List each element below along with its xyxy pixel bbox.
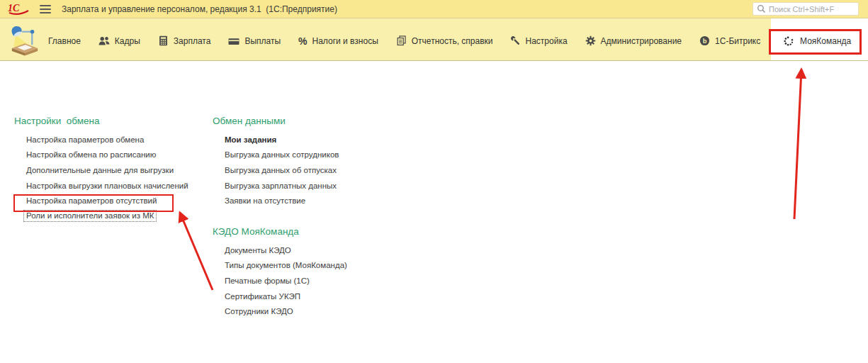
- link-absence-params[interactable]: Настройка параметров отсутствий: [26, 193, 188, 208]
- link-kedo-employees[interactable]: Сотрудники КЭДО: [225, 303, 347, 319]
- tab-vyplaty[interactable]: Выплаты: [228, 33, 281, 47]
- focused-link-text: Роли и исполнители заявок из МК: [23, 210, 157, 222]
- tab-1c-bitrix[interactable]: b 1С-Битрикс: [699, 33, 760, 46]
- myteam-icon: [783, 35, 794, 47]
- section-title-data-exchange: Обмен данными: [213, 116, 347, 126]
- link-kedo-documents[interactable]: Документы КЭДО: [225, 242, 347, 258]
- tab-glavnoe[interactable]: Главное: [48, 33, 81, 46]
- global-search[interactable]: [753, 2, 859, 16]
- link-absence-requests[interactable]: Заявки на отсутствие: [225, 193, 347, 208]
- link-export-salary-data[interactable]: Выгрузка зарплатных данных: [225, 178, 347, 194]
- tab-label: Настройка: [526, 36, 568, 46]
- tab-label: Зарплата: [174, 36, 211, 46]
- svg-text:1С: 1С: [8, 3, 20, 13]
- tab-label: Кадры: [115, 36, 140, 46]
- calculator-icon: [158, 35, 169, 46]
- wrench-icon: [511, 36, 521, 46]
- svg-text:b: b: [703, 38, 707, 45]
- section-data-exchange: Обмен данными Мои задания Выгрузка данны…: [213, 116, 347, 319]
- link-export-vacations[interactable]: Выгрузка данных об отпусках: [225, 162, 347, 178]
- link-export-employees[interactable]: Выгрузка данных сотрудников: [225, 147, 347, 163]
- section-exchange-settings: Настройки обмена Настройка параметров об…: [14, 116, 188, 224]
- desk-lamp-icon: [9, 24, 41, 57]
- annotation-arrow-absence-settings: [180, 213, 213, 290]
- link-my-tasks[interactable]: Мои задания: [225, 132, 347, 147]
- title-bar: 1С Зарплата и управление персоналом, ред…: [0, 0, 868, 18]
- annotation-arrow-myteam-tab: [794, 69, 801, 219]
- tab-nastroyka[interactable]: Настройка: [511, 33, 568, 46]
- search-input[interactable]: [769, 5, 855, 13]
- tab-label: Отчетность, справки: [412, 36, 493, 46]
- report-icon: [396, 35, 407, 46]
- exchange-settings-list: Настройка параметров обмена Настройка об…: [14, 132, 188, 224]
- app-title: Зарплата и управление персоналом, редакц…: [62, 4, 337, 14]
- link-exchange-schedule[interactable]: Настройка обмена по расписанию: [26, 147, 188, 163]
- tab-label: 1С-Битрикс: [715, 36, 760, 46]
- tab-myteam[interactable]: МояКоманда: [771, 18, 868, 60]
- people-icon: [98, 35, 110, 47]
- tab-otchetnost[interactable]: Отчетность, справки: [396, 33, 493, 46]
- tab-label: МояКоманда: [800, 36, 851, 46]
- link-roles-executors-mk[interactable]: Роли и исполнители заявок из МК: [26, 208, 188, 224]
- link-planned-accruals-export[interactable]: Настройка выгрузки плановых начислений: [26, 178, 188, 194]
- link-print-forms-1c[interactable]: Печатные формы (1С): [225, 273, 347, 289]
- search-icon: [757, 4, 766, 13]
- bitrix-icon: b: [699, 35, 710, 46]
- link-kedo-document-types[interactable]: Типы документов (МояКоманда): [225, 258, 347, 274]
- tab-administrirovanie[interactable]: Администрирование: [585, 33, 682, 46]
- data-exchange-list: Мои задания Выгрузка данных сотрудников …: [213, 132, 347, 208]
- tab-label: Налоги и взносы: [312, 36, 378, 46]
- tab-label: Выплаты: [244, 36, 281, 46]
- percent-icon: %: [298, 36, 307, 46]
- kedo-list: Документы КЭДО Типы документов (МояКоман…: [213, 242, 347, 319]
- tab-label: Администрирование: [601, 36, 682, 46]
- main-menu-icon[interactable]: [40, 5, 51, 13]
- payment-card-icon: [228, 35, 239, 47]
- 1c-logo-icon: 1С: [7, 2, 30, 16]
- tab-label: Главное: [48, 36, 81, 46]
- tab-nalogi[interactable]: % Налоги и взносы: [298, 33, 378, 46]
- tab-kadry[interactable]: Кадры: [98, 33, 140, 47]
- link-ukep-certificates[interactable]: Сертификаты УКЭП: [225, 289, 347, 304]
- link-additional-export-data[interactable]: Дополнительные данные для выгрузки: [26, 162, 188, 178]
- ribbon: Главное Кадры: [0, 18, 868, 61]
- 1c-logo: 1С: [7, 2, 30, 16]
- gear-icon: [585, 35, 596, 46]
- tab-zarplata[interactable]: Зарплата: [158, 33, 211, 46]
- section-title-exchange-settings: Настройки обмена: [14, 116, 188, 126]
- section-title-kedo: КЭДО МояКоманда: [213, 226, 347, 237]
- link-exchange-params[interactable]: Настройка параметров обмена: [26, 132, 188, 147]
- app-window: 1С Зарплата и управление персоналом, ред…: [0, 0, 868, 363]
